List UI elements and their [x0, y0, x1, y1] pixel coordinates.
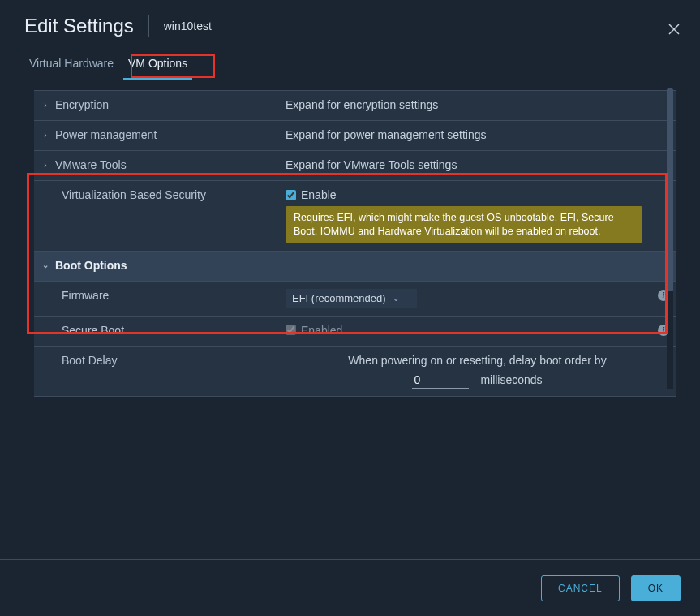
cancel-button[interactable]: CANCEL — [541, 575, 620, 601]
row-power-management[interactable]: ›Power management Expand for power manag… — [34, 120, 676, 150]
vbs-enable-checkbox[interactable] — [286, 190, 296, 200]
secure-boot-checkbox — [286, 325, 296, 335]
vbs-warning: Requires EFI, which might make the guest… — [286, 206, 642, 243]
chevron-down-icon: ⌄ — [39, 261, 52, 269]
row-secure-boot: Secure Boot Enabled i — [34, 316, 676, 346]
row-boot-delay: Boot Delay When powering on or resetting… — [34, 346, 676, 397]
scrollbar[interactable] — [667, 88, 673, 389]
power-mgmt-label: Power management — [55, 128, 157, 141]
vbs-checkbox-label: Enable — [301, 188, 337, 201]
row-boot-options[interactable]: ⌄Boot Options — [34, 251, 676, 281]
tab-vm-options[interactable]: VM Options — [123, 49, 192, 80]
row-encryption[interactable]: ›Encryption Expand for encryption settin… — [34, 90, 676, 120]
boot-delay-label: Boot Delay — [34, 347, 286, 374]
close-icon[interactable] — [668, 23, 681, 40]
firmware-label: Firmware — [34, 282, 286, 309]
boot-delay-unit: milliseconds — [480, 373, 542, 386]
boot-delay-input[interactable] — [412, 372, 469, 389]
boot-delay-desc: When powering on or resetting, delay boo… — [348, 354, 606, 367]
vm-name: win10test — [149, 19, 212, 32]
row-vmware-tools[interactable]: ›VMware Tools Expand for VMware Tools se… — [34, 150, 676, 180]
row-firmware: Firmware EFI (recommended) ⌄ i — [34, 281, 676, 316]
vmware-tools-value: Expand for VMware Tools settings — [286, 151, 676, 179]
boot-options-label: Boot Options — [55, 259, 127, 272]
chevron-right-icon: › — [39, 161, 52, 170]
vmware-tools-label: VMware Tools — [55, 158, 127, 171]
power-mgmt-value: Expand for power management settings — [286, 121, 676, 149]
ok-button[interactable]: OK — [631, 575, 681, 601]
row-vbs: Virtualization Based Security Enable Req… — [34, 180, 676, 251]
tab-bar: Virtual Hardware VM Options — [0, 49, 700, 80]
scrollbar-thumb[interactable] — [667, 88, 673, 291]
vbs-label: Virtualization Based Security — [34, 181, 286, 209]
settings-content: ›Encryption Expand for encryption settin… — [0, 80, 700, 397]
chevron-right-icon: › — [39, 101, 52, 110]
firmware-select[interactable]: EFI (recommended) ⌄ — [286, 289, 417, 308]
dialog-title: Edit Settings — [24, 15, 149, 37]
encryption-value: Expand for encryption settings — [286, 91, 676, 118]
secure-boot-label: Secure Boot — [34, 317, 286, 344]
secure-boot-checkbox-label: Enabled — [301, 324, 342, 337]
dialog-footer: CANCEL OK — [0, 559, 700, 616]
chevron-right-icon: › — [39, 131, 52, 140]
firmware-selected: EFI (recommended) — [292, 292, 386, 304]
chevron-down-icon: ⌄ — [393, 294, 399, 303]
tab-virtual-hardware[interactable]: Virtual Hardware — [24, 49, 118, 80]
encryption-label: Encryption — [55, 98, 109, 111]
dialog-header: Edit Settings win10test — [0, 0, 700, 49]
